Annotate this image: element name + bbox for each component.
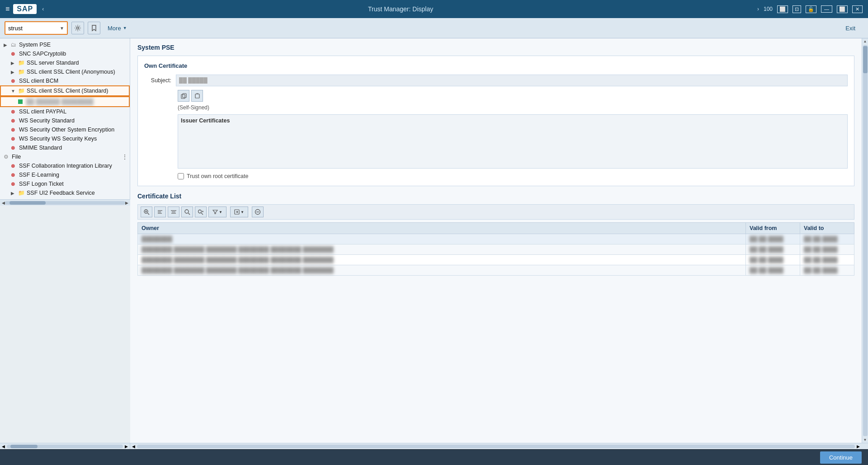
search-next-icon-btn[interactable]	[195, 207, 207, 217]
scroll-down-icon[interactable]: ▼	[863, 438, 867, 442]
table-row[interactable]: ████████ ████████ ████████ ████████ ████…	[138, 244, 854, 255]
scroll-right-icon[interactable]: ▶	[125, 201, 128, 205]
sidebar-item-ssl-server[interactable]: ▶ 📁 SSL server Standard	[0, 58, 130, 67]
own-certificate-title: Own Certificate	[144, 62, 848, 69]
cell-owner: ████████ ████████ ████████ ████████ ████…	[138, 244, 746, 255]
cell-valid-to: ██ ██ ████	[800, 234, 854, 244]
window-icon2[interactable]: ⊡	[793, 5, 801, 13]
gear-icon	[74, 24, 81, 32]
cell-valid-to: ██ ██ ████	[800, 265, 854, 276]
folder-icon: 🗂	[11, 42, 17, 48]
sidebar-scroll-track	[5, 201, 125, 205]
own-certificate-panel: Own Certificate Subject:	[137, 56, 854, 186]
top-bar-left: ≡ SAP ‹	[5, 4, 44, 14]
certificate-list-section: Certificate List	[137, 193, 854, 276]
hamburger-menu[interactable]: ≡	[5, 5, 9, 13]
export-icon-btn[interactable]: ▼	[230, 207, 248, 217]
zoom-in-icon-btn[interactable]	[141, 207, 152, 217]
sidebar-scroll-left[interactable]: ◀	[2, 444, 5, 449]
content-v-scrollbar[interactable]: ▲ ▼	[862, 38, 868, 443]
item-label: System PSE	[19, 42, 51, 48]
exit-button[interactable]: Exit	[842, 23, 859, 33]
sidebar-item-ws-security[interactable]: ⊗ WS Security Standard	[0, 116, 130, 125]
sidebar-item-ssf-logon[interactable]: ⊗ SSF Logon Ticket	[0, 179, 130, 188]
table-row[interactable]: ████████ ████████ ████████ ████████ ████…	[138, 265, 854, 276]
maximize-btn[interactable]: ⬜	[837, 5, 848, 13]
svg-line-17	[201, 213, 203, 215]
layout-inner: ▶ 🗂 System PSE ⊗ SNC SAPCryptolib ▶ 📁 SS…	[0, 38, 868, 443]
scroll-corner	[862, 443, 868, 449]
sidebar-item-ws-keys[interactable]: ⊗ WS Security WS Security Keys	[0, 134, 130, 143]
cell-valid-to: ██ ██ ████	[800, 255, 854, 265]
export-dropdown-arrow: ▼	[241, 210, 244, 214]
scroll-up-icon[interactable]: ▲	[863, 39, 867, 43]
search-icon-btn[interactable]	[181, 207, 193, 217]
dropdown-value: strust	[8, 25, 23, 32]
certificate-table: Owner Valid from Valid to ██████████ ██ …	[137, 222, 854, 276]
forward-icon: ›	[757, 6, 759, 12]
back-button[interactable]: ‹	[42, 6, 44, 12]
item-label: SSL client SSL Client (Standard)	[27, 88, 108, 94]
bookmark-icon-btn[interactable]	[88, 22, 100, 34]
expand-icon: ▶	[11, 191, 16, 196]
paste-icon	[194, 93, 200, 99]
item-label: File	[12, 154, 21, 160]
trust-own-root-label[interactable]: Trust own root certificate	[187, 173, 248, 179]
expand-icon: ▶	[4, 42, 9, 47]
copy-icon-btn[interactable]	[178, 90, 189, 102]
trust-own-root-checkbox[interactable]	[178, 173, 184, 179]
sidebar-item-ssl-standard-sub[interactable]: ██ ██████ ████████	[0, 96, 130, 107]
sidebar-item-paypal[interactable]: ⊗ SSL client PAYPAL	[0, 107, 130, 116]
sidebar-item-ws-other[interactable]: ⊗ WS Security Other System Encryption	[0, 125, 130, 134]
sidebar-item-ssf-collab[interactable]: ⊗ SSF Collaboration Integration Library	[0, 161, 130, 170]
content-scroll-left[interactable]: ◀	[132, 444, 135, 449]
more-label: More	[108, 25, 121, 32]
align-left-icon	[157, 209, 163, 215]
delete-icon-btn[interactable]	[252, 207, 264, 217]
sidebar-item-ssf-elearning[interactable]: ⊗ SSF E-Learning	[0, 170, 130, 179]
filter-icon	[212, 209, 218, 215]
sidebar-item-snc[interactable]: ⊗ SNC SAPCryptolib	[0, 49, 130, 58]
sidebar-scroll-right[interactable]: ▶	[125, 444, 128, 449]
sidebar-item-ssf-ui2[interactable]: ▶ 📁 SSF UI2 Feedback Service	[0, 188, 130, 197]
window-icon1[interactable]: ⬜	[777, 5, 788, 13]
search-icon	[184, 209, 190, 215]
cell-owner: ████████	[138, 234, 746, 244]
align-center-icon-btn[interactable]	[168, 207, 179, 217]
item-label: WS Security Other System Encryption	[19, 127, 114, 133]
paste-icon-btn[interactable]	[191, 90, 203, 102]
more-chevron-icon: ▼	[123, 26, 127, 30]
item-label: SSL client BCM	[19, 78, 58, 84]
gear-icon: ⚙	[4, 154, 10, 160]
subject-input[interactable]	[176, 75, 848, 86]
x-icon: ⊗	[11, 78, 17, 84]
sidebar-item-ssl-bcm[interactable]: ⊗ SSL client BCM	[0, 76, 130, 85]
scroll-left-icon[interactable]: ◀	[2, 201, 5, 205]
filter-icon-btn[interactable]: ▼	[208, 207, 226, 217]
svg-rect-2	[183, 94, 186, 98]
h-scrollbar-row: ◀ ▶ ◀ ▶	[0, 443, 868, 449]
sap-logo: SAP	[13, 4, 37, 14]
table-row[interactable]: ████████ ████████ ████████ ████████ ████…	[138, 255, 854, 265]
transaction-dropdown[interactable]: strust ▼	[5, 21, 68, 35]
self-signed-text: (Self-Signed)	[178, 104, 848, 111]
sidebar-item-file[interactable]: ⚙ File ⋮	[0, 152, 130, 161]
minimize-btn[interactable]: —	[821, 5, 832, 13]
close-btn[interactable]: ✕	[852, 5, 863, 13]
content-scroll-right[interactable]: ▶	[857, 444, 860, 449]
svg-line-15	[189, 213, 190, 215]
align-left-icon-btn[interactable]	[154, 207, 166, 217]
align-center-icon	[170, 209, 177, 215]
settings-icon-btn[interactable]	[71, 22, 84, 34]
more-menu-button[interactable]: More ▼	[104, 23, 131, 33]
table-row[interactable]: ██████████ ██ ██████ ██ ████	[138, 234, 854, 244]
sidebar-item-system-pse[interactable]: ▶ 🗂 System PSE	[0, 40, 130, 49]
cell-valid-from: ██ ██ ████	[746, 265, 800, 276]
col-valid-to: Valid to	[800, 223, 854, 234]
continue-button[interactable]: Continue	[820, 451, 862, 464]
sidebar-item-ssl-anonymous[interactable]: ▶ 📁 SSL client SSL Client (Anonymous)	[0, 67, 130, 76]
window-icon3[interactable]: 🔓	[806, 5, 816, 13]
sidebar-h-scrollbar[interactable]: ◀ ▶	[0, 199, 130, 206]
sidebar-item-ssl-standard[interactable]: ▼ 📁 SSL client SSL Client (Standard)	[0, 85, 130, 96]
sidebar-item-smime[interactable]: ⊗ SMIME Standard	[0, 143, 130, 152]
